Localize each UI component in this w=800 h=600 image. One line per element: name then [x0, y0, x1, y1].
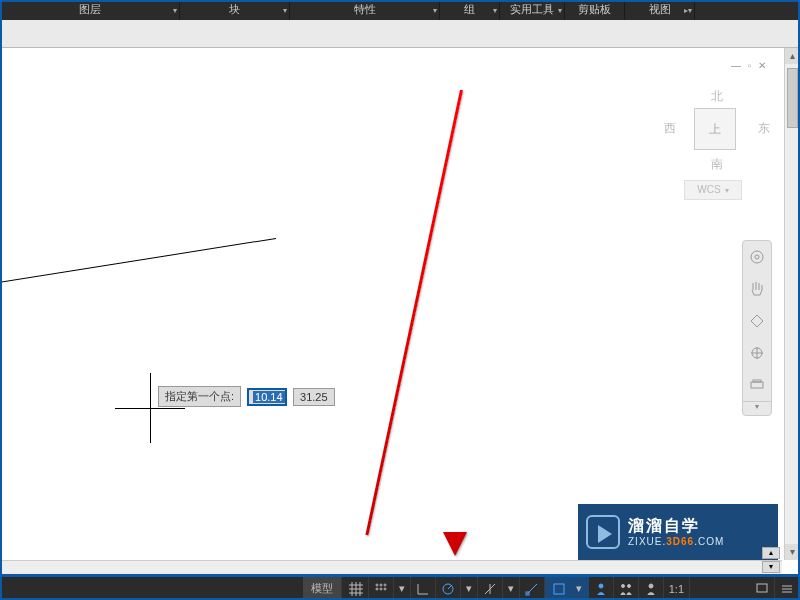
dropdown-icon: ▾ — [173, 2, 177, 20]
ribbon-label: 视图 — [649, 3, 671, 15]
svg-point-9 — [380, 588, 382, 590]
dropdown-icon: ▾ — [493, 2, 497, 20]
ribbon-label: 图层 — [79, 3, 101, 15]
svg-rect-18 — [757, 584, 767, 592]
svg-point-8 — [376, 588, 378, 590]
scroll-thumb[interactable] — [787, 68, 798, 128]
palette-controls-icon[interactable]: — ▫ ✕ — [731, 60, 768, 71]
status-dropdown-icon[interactable]: ▾ — [503, 577, 520, 601]
svg-point-14 — [599, 584, 603, 588]
watermark-logo: 溜溜自学 ZIXUE.3D66.COM — [578, 504, 778, 560]
ribbon-panel-properties[interactable]: 特性▾ — [290, 0, 440, 20]
dynamic-input-tooltip: 指定第一个点: 10.14 31.25 — [158, 386, 335, 407]
svg-rect-3 — [751, 382, 763, 388]
dropdown-icon: ▾ — [433, 2, 437, 20]
ribbon-panel-clipboard[interactable]: 剪贴板 — [565, 0, 625, 20]
svg-point-16 — [627, 584, 630, 587]
svg-point-17 — [649, 584, 653, 588]
status-dropdown-icon[interactable]: ▾ — [571, 577, 587, 601]
customize-ui-icon[interactable] — [775, 577, 800, 601]
isoplane-icon[interactable] — [478, 577, 503, 601]
ribbon-label: 组 — [464, 3, 475, 15]
svg-rect-4 — [753, 380, 761, 382]
status-bar: 模型 ▾ ▾ ▾ ▾ 1:1 — [0, 574, 800, 600]
scroll-down-icon[interactable]: ▾ — [785, 544, 800, 560]
osnap-tracking-icon[interactable] — [520, 577, 545, 601]
nav-zoom-extents-icon[interactable] — [743, 305, 771, 337]
vertical-scrollbar[interactable]: ▴ ▾ — [784, 48, 800, 560]
drawn-line — [0, 238, 276, 289]
workspace-switching-icon[interactable] — [750, 577, 775, 601]
nav-showmotion-icon[interactable] — [743, 369, 771, 401]
annotation-scale-button[interactable]: 1:1 — [664, 577, 690, 601]
viewcube[interactable]: — ▫ ✕ 北 西 上 东 南 WCS — [662, 60, 772, 210]
viewcube-top[interactable]: 上 — [694, 108, 736, 150]
svg-point-5 — [376, 584, 378, 586]
annotation-arrow-head — [443, 532, 467, 556]
viewcube-north[interactable]: 北 — [662, 88, 772, 105]
polar-toggle-icon[interactable] — [436, 577, 461, 601]
cursor-single-icon[interactable] — [639, 577, 664, 601]
document-tab-bar[interactable] — [0, 20, 800, 48]
ribbon-panel-view[interactable]: 视图▸▾ — [625, 0, 695, 20]
svg-point-10 — [384, 588, 386, 590]
ribbon-label: 剪贴板 — [578, 3, 611, 15]
nav-steering-wheel-icon[interactable] — [743, 241, 771, 273]
dropdown-icon: ▸▾ — [684, 2, 692, 20]
svg-point-15 — [621, 584, 624, 587]
ribbon-label: 特性 — [354, 3, 376, 15]
svg-point-1 — [755, 255, 759, 259]
model-space-button[interactable]: 模型 — [303, 577, 342, 601]
status-dropdown-icon[interactable]: ▾ — [461, 577, 478, 601]
dynamic-y-value[interactable]: 31.25 — [293, 388, 335, 406]
viewcube-west[interactable]: 西 — [664, 120, 676, 137]
scroll-up-icon[interactable]: ▴ — [785, 48, 800, 64]
dropdown-icon: ▾ — [283, 2, 287, 20]
ribbon-panel-group[interactable]: 组▾ — [440, 0, 500, 20]
status-dropdown-icon[interactable]: ▾ — [394, 577, 411, 601]
viewcube-wcs-dropdown[interactable]: WCS — [684, 180, 742, 200]
ribbon-panel-layers[interactable]: 图层▾ — [0, 0, 180, 20]
ribbon-panel-block[interactable]: 块▾ — [180, 0, 290, 20]
ribbon-label: 实用工具 — [510, 3, 554, 15]
osnap-group-highlighted: ▾ — [545, 577, 589, 601]
svg-point-0 — [751, 251, 763, 263]
nav-orbit-icon[interactable] — [743, 337, 771, 369]
osnap-2d-icon[interactable] — [547, 577, 571, 601]
nav-menu-icon[interactable]: ▾ — [743, 401, 771, 415]
crosshair-vertical — [150, 373, 151, 443]
viewcube-south[interactable]: 南 — [662, 156, 772, 173]
svg-rect-13 — [554, 584, 564, 594]
scroll-down-small-icon[interactable]: ▾ — [762, 561, 780, 573]
watermark-url: ZIXUE.3D66.COM — [628, 536, 724, 548]
ribbon-label: 块 — [229, 3, 240, 15]
dropdown-icon: ▾ — [558, 2, 562, 20]
cursor-person-icon[interactable] — [589, 577, 614, 601]
scroll-up-small-icon[interactable]: ▴ — [762, 547, 780, 559]
watermark-title: 溜溜自学 — [628, 516, 724, 535]
viewcube-east[interactable]: 东 — [758, 120, 770, 137]
dynamic-x-input[interactable]: 10.14 — [247, 388, 287, 406]
navigation-bar: ▾ — [742, 240, 772, 416]
horizontal-scrollbar[interactable]: ▴ ▾ — [0, 560, 782, 574]
svg-point-7 — [384, 584, 386, 586]
ribbon-panel-utilities[interactable]: 实用工具▾ — [500, 0, 565, 20]
grid-toggle-icon[interactable] — [344, 577, 369, 601]
svg-point-6 — [380, 584, 382, 586]
ortho-toggle-icon[interactable] — [411, 577, 436, 601]
snap-toggle-icon[interactable] — [369, 577, 394, 601]
watermark-play-icon — [586, 515, 620, 549]
cursor-pair-icon[interactable] — [614, 577, 639, 601]
nav-pan-icon[interactable] — [743, 273, 771, 305]
dynamic-prompt-label: 指定第一个点: — [158, 386, 241, 407]
